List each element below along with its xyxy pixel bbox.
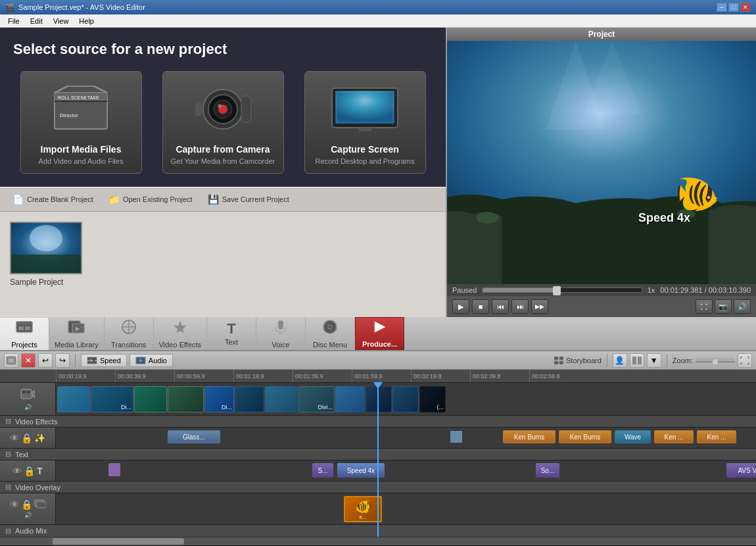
import-media-option[interactable]: ROLL SCENE TAKE Director Import Media Fi…	[20, 71, 142, 174]
text-so-container: So...	[536, 463, 559, 478]
camera-title: Capture from Camera	[171, 144, 275, 155]
fullscreen-button[interactable]: ⛶	[696, 299, 713, 314]
undo-button[interactable]: ↩	[38, 353, 53, 368]
video-effects-label: Video Effects	[159, 341, 201, 349]
ken-burns-4-chip[interactable]: Ken ...	[697, 430, 736, 443]
text-speed4x-chip[interactable]: Speed 4x	[337, 463, 385, 478]
save-current-button[interactable]: 💾 Save Current Project	[205, 193, 292, 206]
svg-rect-53	[14, 357, 16, 364]
menu-help[interactable]: Help	[74, 16, 99, 26]
effects-collapse-icon[interactable]: ⊟	[5, 417, 11, 426]
text-s-chip[interactable]: S...	[312, 463, 333, 478]
text-collapse-icon[interactable]: ⊟	[5, 450, 11, 459]
capture-camera-option[interactable]: Capture from Camera Get Your Media from …	[162, 71, 284, 174]
audio-mix-collapse-icon[interactable]: ⊟	[5, 527, 11, 535]
timeline-area: ✕ ↩ ↪ Speed Audio	[0, 351, 756, 545]
tab-produce[interactable]: Produce...	[355, 317, 404, 350]
video-clip[interactable]	[335, 386, 365, 412]
wave-chip[interactable]: Wave	[615, 430, 651, 443]
overlay-collapse-icon[interactable]: ⊟	[5, 483, 11, 491]
video-track-icons	[20, 388, 35, 402]
video-clip[interactable]	[235, 386, 264, 412]
video-clip[interactable]: Divi...	[298, 386, 335, 412]
text-avs-chip[interactable]: AVS Vide...	[726, 463, 756, 478]
lock-icon: 🔒	[21, 433, 32, 443]
current-time: 00:01:29.381	[660, 286, 702, 294]
toolbar-divider-1	[75, 354, 76, 367]
save-current-icon: 💾	[208, 194, 219, 205]
tab-transitions[interactable]: Transitions	[105, 317, 154, 350]
preview-controls: ▶ ■ ⏮ ⏭ ▶▶ ⛶ 📷 🔊	[447, 296, 756, 317]
stop-button[interactable]: ■	[472, 299, 489, 314]
dropdown-btn[interactable]: ▼	[647, 353, 661, 368]
menu-edit[interactable]: Edit	[25, 16, 48, 26]
capture-screen-option[interactable]: Capture Screen Record Desktop and Progra…	[304, 71, 426, 174]
text-so-chip[interactable]: So...	[536, 463, 559, 478]
open-existing-button[interactable]: 📁 Open Existing Project	[106, 193, 195, 206]
menu-view[interactable]: View	[48, 16, 74, 26]
ruler-mark-8: 00:02:39.8	[470, 370, 529, 382]
fit-zoom-btn[interactable]	[738, 353, 752, 368]
video-clip[interactable]	[57, 386, 90, 412]
view-toggle-btn[interactable]	[630, 353, 644, 368]
svg-rect-63	[559, 357, 563, 360]
video-clip[interactable]: Di...	[204, 386, 234, 412]
create-blank-button[interactable]: 📄 Create Blank Project	[10, 193, 96, 206]
maximize-button[interactable]: □	[728, 3, 739, 12]
tab-disc-menu[interactable]: Disc Menu	[306, 317, 355, 350]
minimize-button[interactable]: ─	[717, 3, 727, 12]
playback-time: 00:01:29.381 / 00:03:10.390	[660, 286, 751, 294]
slow-motion-button[interactable]: ▶▶	[531, 299, 548, 314]
prev-button[interactable]: ⏮	[492, 299, 509, 314]
svg-rect-65	[559, 361, 563, 364]
person-icon-btn[interactable]: 👤	[613, 353, 627, 368]
play-button[interactable]: ▶	[452, 299, 469, 314]
snapshot-button[interactable]: 📷	[715, 299, 732, 314]
text-tab-label: Text	[225, 338, 238, 346]
effects-track-label: 👁 🔒 ✨	[0, 428, 56, 448]
video-track-icon	[20, 388, 35, 402]
video-effects-track-label: Video Effects	[15, 418, 57, 426]
horizontal-scrollbar[interactable]	[0, 537, 756, 545]
progress-thumb[interactable]	[553, 286, 561, 295]
svg-marker-41	[174, 321, 187, 334]
titlebar-title: 🎬 Sample Project.vep* - AVS Video Editor	[5, 3, 145, 12]
video-clip[interactable]	[265, 386, 298, 412]
project-item[interactable]: Sample Project	[10, 222, 82, 287]
ken-burns-2-chip[interactable]: Ken Burns	[559, 430, 611, 443]
video-clip[interactable]	[134, 386, 167, 412]
window-title: Sample Project.vep* - AVS Video Editor	[18, 3, 145, 11]
progress-bar[interactable]	[482, 287, 642, 293]
video-clip[interactable]	[392, 386, 419, 412]
glass-effect-chip[interactable]: Glass...	[168, 430, 220, 443]
tab-text[interactable]: T Text	[207, 317, 256, 350]
progress-fill	[483, 288, 559, 292]
video-clip-tool[interactable]	[4, 353, 18, 368]
redo-button[interactable]: ↪	[55, 353, 70, 368]
zoom-slider[interactable]	[696, 358, 735, 363]
ken-burns-3-chip[interactable]: Ken ...	[654, 430, 694, 443]
tab-media-library[interactable]: Media Library	[49, 317, 105, 350]
close-button[interactable]: ✕	[740, 3, 751, 12]
overlay-clip-label: fi...	[360, 514, 367, 520]
ken-burns-1-chip[interactable]: Ken Burns	[503, 430, 555, 443]
storyboard-toggle[interactable]: Storyboard	[554, 357, 602, 364]
tab-video-effects[interactable]: Video Effects	[154, 317, 207, 350]
video-clip[interactable]	[168, 386, 204, 412]
fish-overlay-clip[interactable]: 🐠 fi...	[344, 496, 382, 522]
menu-file[interactable]: File	[3, 16, 25, 26]
projects-tab-icon	[15, 319, 34, 339]
svg-rect-22	[348, 131, 381, 133]
tab-projects[interactable]: Projects	[0, 317, 49, 350]
clip-preview	[58, 387, 89, 412]
video-clip[interactable]: Di...	[91, 386, 133, 412]
zoom-control: Zoom:	[673, 357, 735, 364]
speed-mode-button[interactable]: Speed	[81, 354, 127, 367]
volume-button[interactable]: 🔊	[734, 299, 751, 314]
video-clip[interactable]	[366, 386, 392, 412]
next-button[interactable]: ⏭	[511, 299, 529, 314]
delete-button[interactable]: ✕	[21, 353, 35, 368]
audio-mode-button[interactable]: Audio	[130, 354, 173, 367]
tab-voice[interactable]: Voice	[256, 317, 306, 350]
video-clip[interactable]: (...	[419, 386, 446, 412]
